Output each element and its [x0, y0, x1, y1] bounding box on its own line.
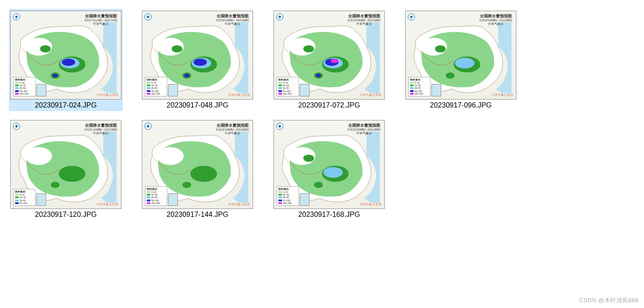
weather-logo-icon [145, 123, 152, 130]
south-china-sea-inset [36, 84, 46, 96]
map-title-block: 全国降水量预报图 9月23日08时~24日08时 中央气象台 [348, 123, 381, 136]
svg-point-27 [25, 147, 52, 165]
thumbnail-image: 全国降水量预报图 9月19日08时~20日08时 中央气象台图例(毫米)0~10… [274, 11, 385, 100]
map-legend: 图例(毫米)0~1010~2525~5050~100100~250 [145, 186, 167, 206]
svg-point-37 [323, 167, 343, 178]
map-credit: 中央气象台发布 [228, 202, 250, 207]
thumbnail-filename: 20230917-120.JPG [35, 211, 97, 219]
thumbnail-filename: 20230917-072.JPG [298, 101, 360, 109]
thumbnail-item[interactable]: 全国降水量预报图 9月23日08时~24日08时 中央气象台图例(毫米)0~10… [272, 118, 386, 220]
thumbnail-item[interactable]: 全国降水量预报图 9月19日08时~20日08时 中央气象台图例(毫米)0~10… [272, 9, 386, 111]
map-credit: 中央气象台发布 [97, 202, 118, 207]
south-china-sea-inset [431, 84, 441, 96]
thumbnail-item[interactable]: 全国降水量预报图 9月20日08时~21日08时 中央气象台图例(毫米)0~10… [404, 9, 518, 111]
svg-point-1 [40, 45, 51, 52]
map-title-block: 全国降水量预报图 9月19日08时~20日08时 中央气象台 [348, 14, 381, 26]
svg-point-15 [303, 45, 314, 52]
map-subtitle: 9月22日08时~23日08时 [216, 128, 249, 132]
map-legend: 图例(毫米)0~1010~2525~5050~100100~250 [13, 77, 36, 97]
map-source: 中央气象台 [85, 132, 117, 135]
map-source: 中央气象台 [216, 132, 249, 135]
map-title-block: 全国降水量预报图 9月18日08时~19日08时 中央气象台 [216, 14, 249, 26]
south-china-sea-inset [36, 193, 46, 206]
map-title: 全国降水量预报图 [348, 123, 381, 128]
weather-logo-icon [13, 13, 20, 20]
map-subtitle: 9月21日08时~22日08时 [85, 128, 117, 132]
map-credit: 中央气象台发布 [97, 93, 118, 97]
map-title: 全国降水量预报图 [479, 14, 512, 19]
thumbnail-filename: 20230917-024.JPG [35, 101, 97, 109]
map-title-block: 全国降水量预报图 9月21日08时~22日08时 中央气象台 [85, 123, 117, 136]
thumbnail-filename: 20230917-096.JPG [430, 101, 492, 109]
weather-logo-icon [276, 13, 283, 20]
thumbnail-grid: 全国降水量预报图 9月17日14时~18日14时 中央气象台图例(毫米)0~10… [9, 9, 635, 220]
thumbnail-item[interactable]: 全国降水量预报图 9月17日14时~18日14时 中央气象台图例(毫米)0~10… [9, 9, 123, 111]
svg-point-13 [193, 59, 207, 66]
map-subtitle: 9月19日08时~20日08时 [348, 19, 381, 22]
svg-point-32 [190, 166, 217, 182]
svg-point-24 [446, 72, 455, 79]
map-title-block: 全国降水量预报图 9月17日14时~18日14时 中央气象台 [85, 14, 117, 26]
thumbnail-filename: 20230917-168.JPG [298, 211, 360, 219]
map-source: 中央气象台 [479, 22, 512, 26]
svg-point-23 [435, 45, 446, 52]
svg-point-26 [455, 58, 475, 68]
south-china-sea-inset [300, 84, 310, 96]
svg-point-8 [172, 45, 182, 52]
map-legend: 图例(毫米)0~1010~2525~5050~100100~250 [408, 77, 431, 97]
map-credit: 中央气象台发布 [360, 202, 382, 207]
thumbnail-item[interactable]: 全国降水量预报图 9月22日08时~23日08时 中央气象台图例(毫米)0~10… [141, 118, 254, 220]
map-source: 中央气象台 [348, 22, 381, 26]
map-title: 全国降水量预报图 [216, 123, 249, 128]
map-subtitle: 9月18日08时~19日08时 [216, 19, 249, 22]
map-title: 全国降水量预报图 [85, 123, 117, 128]
thumbnail-image: 全国降水量预报图 9月23日08时~24日08时 中央气象台图例(毫米)0~10… [274, 120, 385, 209]
south-china-sea-inset [168, 193, 178, 206]
weather-logo-icon [145, 13, 152, 20]
svg-point-10 [184, 74, 189, 77]
map-credit: 中央气象台发布 [360, 93, 382, 97]
svg-point-35 [314, 182, 323, 188]
thumbnail-item[interactable]: 全国降水量预报图 9月21日08时~22日08时 中央气象台图例(毫米)0~10… [9, 118, 123, 220]
weather-logo-icon [13, 123, 20, 130]
thumbnail-image: 全国降水量预报图 9月20日08时~21日08时 中央气象台图例(毫米)0~10… [405, 11, 516, 100]
weather-logo-icon [408, 13, 415, 20]
svg-point-6 [62, 59, 75, 66]
svg-point-30 [157, 147, 184, 165]
map-credit: 中央气象台发布 [491, 93, 513, 97]
page-watermark: CSDN @木叶清风666 [579, 296, 639, 304]
map-legend: 图例(毫米)0~1010~2525~5050~100100~250 [145, 77, 167, 97]
map-subtitle: 9月20日08时~21日08时 [479, 19, 512, 22]
map-subtitle: 9月17日14时~18日14时 [85, 19, 117, 22]
map-title: 全国降水量预报图 [348, 14, 381, 19]
svg-point-3 [52, 74, 58, 77]
svg-point-29 [59, 166, 85, 182]
thumbnail-image: 全国降水量预报图 9月21日08时~22日08时 中央气象台图例(毫米)0~10… [10, 120, 121, 209]
thumbnail-filename: 20230917-144.JPG [167, 211, 229, 219]
south-china-sea-inset [168, 84, 178, 96]
map-subtitle: 9月23日08时~24日08时 [348, 128, 381, 132]
map-title-block: 全国降水量预报图 9月22日08时~23日08时 中央气象台 [216, 123, 249, 136]
map-legend: 图例(毫米)0~1010~2525~5050~100100~250 [277, 77, 299, 97]
map-source: 中央气象台 [85, 22, 117, 26]
thumbnail-image: 全国降水量预报图 9月18日08时~19日08时 中央气象台图例(毫米)0~10… [142, 11, 253, 100]
svg-point-28 [51, 182, 60, 188]
map-credit: 中央气象台发布 [228, 93, 250, 97]
map-title: 全国降水量预报图 [216, 14, 249, 19]
thumbnail-filename: 20230917-048.JPG [167, 101, 229, 109]
map-legend: 图例(毫米)0~1010~2525~5050~100100~250 [277, 186, 299, 206]
south-china-sea-inset [300, 193, 310, 206]
map-legend: 图例(毫米)0~1010~2525~5050~100 [13, 189, 36, 206]
map-source: 中央气象台 [348, 132, 381, 135]
thumbnail-image: 全国降水量预报图 9月22日08时~23日08时 中央气象台图例(毫米)0~10… [142, 120, 253, 209]
svg-point-17 [316, 74, 321, 77]
map-title-block: 全国降水量预报图 9月20日08时~21日08时 中央气象台 [479, 14, 512, 26]
weather-logo-icon [276, 123, 283, 130]
thumbnail-image: 全国降水量预报图 9月17日14时~18日14时 中央气象台图例(毫米)0~10… [10, 11, 121, 100]
map-source: 中央气象台 [216, 22, 249, 26]
svg-point-31 [182, 182, 191, 188]
map-title: 全国降水量预报图 [85, 14, 117, 19]
svg-point-34 [303, 155, 314, 162]
svg-point-21 [330, 59, 338, 63]
thumbnail-item[interactable]: 全国降水量预报图 9月18日08时~19日08时 中央气象台图例(毫米)0~10… [141, 9, 254, 111]
